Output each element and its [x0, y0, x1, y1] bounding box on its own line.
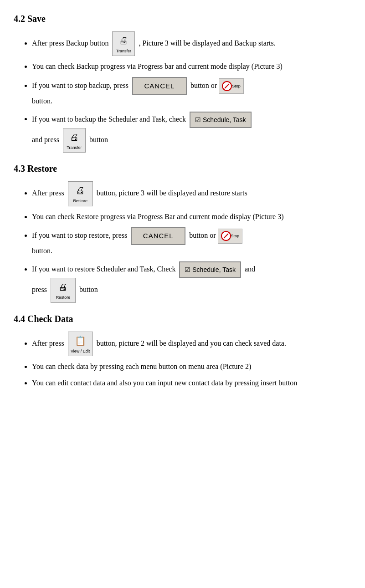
section-restore: 4.3 Restore After press 🖨 Restore button… — [14, 164, 351, 302]
section-checkdata: 4.4 Check Data After press 📋 View / Edit… — [14, 314, 351, 389]
list-item: If you want to stop restore, press CANCE… — [32, 227, 351, 257]
restore-bullet-3-after: button. — [32, 247, 52, 255]
check-bullet-1-after: button, picture 2 will be displayed and … — [97, 339, 286, 347]
restore-bullet-2-text: You can check Restore progress via Progr… — [32, 213, 283, 220]
save-bullet-3-before: If you want to stop backup, press — [32, 82, 129, 89]
section-restore-list: After press 🖨 Restore button, picture 3 … — [32, 181, 351, 302]
viewedit-button[interactable]: 📋 View / Edit — [68, 332, 93, 356]
transfer-button[interactable]: 🖨 Transfer — [112, 31, 135, 56]
cancel-button[interactable]: CANCEL — [132, 77, 187, 95]
restore-bullet-1-before: After press — [32, 189, 64, 197]
section-restore-heading: 4.3 Restore — [14, 164, 351, 174]
save-bullet-4-before: If you want to backup the Scheduler and … — [32, 115, 186, 123]
save-bullet-1-text-before: After press Backup button — [32, 39, 108, 47]
restore-label: Restore — [71, 198, 90, 204]
save-bullet-4-after: button — [89, 136, 108, 143]
check-bullet-1-before: After press — [32, 339, 64, 347]
restore-bullet-1-after: button, picture 3 will be displayed and … — [97, 189, 247, 197]
list-item: If you want to backup the Scheduler and … — [32, 112, 351, 153]
transfer-label-2: Transfer — [66, 144, 83, 151]
save-bullet-2-text: You can check Backup progress via Progre… — [32, 62, 283, 70]
save-bullet-3-after: button. — [32, 97, 52, 105]
list-item: After press Backup button 🖨 Transfer , P… — [32, 31, 351, 56]
transfer-label: Transfer — [115, 48, 132, 54]
check-bullet-3-text: You can edit contact data and also you c… — [32, 379, 297, 387]
section-checkdata-heading: 4.4 Check Data — [14, 314, 351, 324]
schedule-task-button[interactable]: ☑ Schedule, Task — [190, 112, 252, 128]
schedule-task-button-2[interactable]: ☑ Schedule, Task — [179, 261, 241, 278]
restore-bullet-4-after: button — [79, 286, 98, 293]
restore-bullet-3-before: If you want to stop restore, press — [32, 231, 127, 239]
section-checkdata-list: After press 📋 View / Edit button, pictur… — [32, 332, 351, 389]
stop-label-2: Stop — [231, 233, 240, 239]
save-bullet-4-middle: and press — [32, 136, 59, 143]
viewedit-label: View / Edit — [71, 348, 90, 354]
transfer-button-2[interactable]: 🖨 Transfer — [63, 128, 86, 153]
stop-label: Stop — [232, 83, 241, 89]
list-item: If you want to restore Scheduler and Tas… — [32, 261, 351, 303]
restore-bullet-4-middle: and — [245, 265, 255, 273]
list-item: You can check data by pressing each menu… — [32, 361, 351, 373]
stop-button-2[interactable]: Stop — [218, 229, 243, 244]
list-item: After press 📋 View / Edit button, pictur… — [32, 332, 351, 356]
transfer-icon: 🖨 — [115, 33, 132, 48]
save-bullet-3-middle: button or — [190, 82, 219, 89]
restore-icon-2: 🖨 — [53, 280, 73, 294]
list-item: You can check Restore progress via Progr… — [32, 211, 351, 223]
restore-button-2[interactable]: 🖨 Restore — [51, 278, 76, 302]
list-item: You can check Backup progress via Progre… — [32, 61, 351, 72]
transfer-icon-2: 🖨 — [66, 130, 83, 144]
save-bullet-1-text-after: , Picture 3 will be displayed and Backup… — [139, 39, 275, 47]
restore-bullet-3-middle: button or — [189, 231, 217, 239]
cancel-button-2[interactable]: CANCEL — [131, 227, 185, 245]
stop-icon-2 — [221, 231, 231, 241]
list-item: After press 🖨 Restore button, picture 3 … — [32, 181, 351, 206]
restore-bullet-4-press: press — [32, 286, 47, 293]
viewedit-icon: 📋 — [71, 333, 90, 348]
list-item: If you want to stop backup, press CANCEL… — [32, 77, 351, 107]
stop-icon — [222, 81, 232, 91]
section-save: 4.2 Save After press Backup button 🖨 Tra… — [14, 14, 351, 153]
restore-icon: 🖨 — [71, 183, 90, 198]
restore-button[interactable]: 🖨 Restore — [68, 181, 93, 206]
restore-label-2: Restore — [53, 294, 73, 301]
check-bullet-2-text: You can check data by pressing each menu… — [32, 363, 251, 370]
stop-button[interactable]: Stop — [219, 78, 244, 94]
section-save-list: After press Backup button 🖨 Transfer , P… — [32, 31, 351, 153]
list-item: You can edit contact data and also you c… — [32, 377, 351, 389]
restore-bullet-4-before: If you want to restore Scheduler and Tas… — [32, 265, 175, 273]
section-save-heading: 4.2 Save — [14, 14, 351, 24]
